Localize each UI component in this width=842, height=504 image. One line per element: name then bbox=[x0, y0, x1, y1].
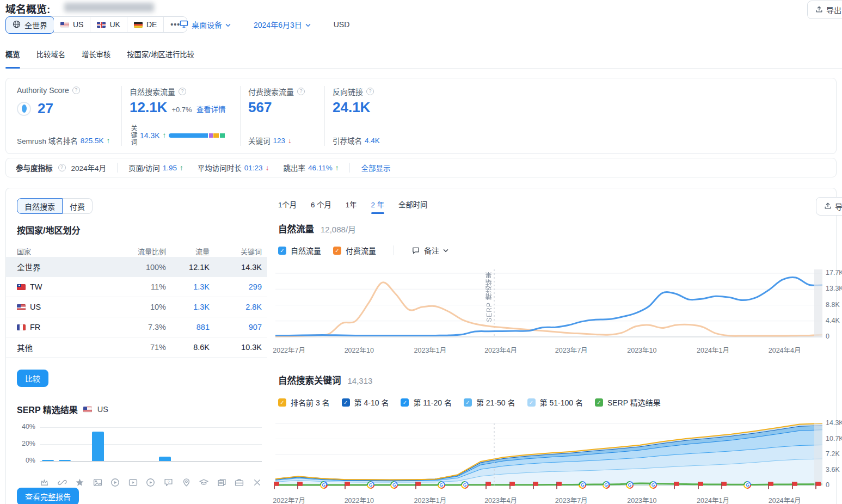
tab-按国家/地区进行比较[interactable]: 按国家/地区进行比较 bbox=[127, 48, 194, 62]
note-flag-icon[interactable] bbox=[767, 481, 774, 491]
traffic-cell[interactable]: 1.3K bbox=[166, 282, 210, 291]
video-carousel-icon[interactable] bbox=[146, 478, 155, 489]
serp-feature-bar[interactable] bbox=[92, 432, 104, 461]
organic-traffic-chart[interactable]: 17.7K13.3K8.8K4.4K0SERP 精选结果 bbox=[275, 267, 822, 338]
video-icon[interactable] bbox=[110, 478, 120, 489]
local-pack-icon[interactable] bbox=[182, 478, 191, 489]
traffic-cell[interactable]: 881 bbox=[166, 323, 210, 331]
featured-video-icon[interactable] bbox=[128, 478, 138, 489]
note-flag-icon[interactable] bbox=[791, 481, 798, 491]
view-details-link[interactable]: 查看详情 bbox=[196, 103, 226, 114]
checkbox-icon[interactable]: ✓ bbox=[333, 247, 341, 255]
note-flag-icon[interactable] bbox=[815, 481, 821, 491]
note-flag-icon[interactable] bbox=[721, 481, 727, 491]
notes-dropdown[interactable]: 备注 bbox=[411, 245, 448, 256]
image-icon[interactable] bbox=[93, 478, 102, 489]
keywords-cell[interactable]: 299 bbox=[210, 282, 262, 291]
device-dropdown[interactable]: 桌面设备 bbox=[180, 19, 231, 30]
note-flag-icon[interactable] bbox=[673, 481, 680, 491]
table-row[interactable]: 全世界100%12.1K14.3K bbox=[6, 257, 267, 277]
google-update-icon[interactable] bbox=[390, 481, 398, 489]
checkbox-icon[interactable]: ✓ bbox=[278, 398, 286, 407]
note-flag-icon[interactable] bbox=[509, 481, 515, 491]
legend-item[interactable]: ✓SERP 精选结果 bbox=[595, 397, 661, 408]
note-flag-icon[interactable] bbox=[485, 481, 491, 491]
checkbox-icon[interactable]: ✓ bbox=[527, 398, 536, 407]
note-flag-icon[interactable] bbox=[697, 481, 704, 491]
show-all-link[interactable]: 全部显示 bbox=[361, 162, 390, 173]
info-icon[interactable]: ? bbox=[72, 87, 80, 94]
google-update-icon[interactable] bbox=[603, 481, 610, 489]
note-flag-icon[interactable] bbox=[273, 481, 280, 491]
region-tab-UK[interactable]: UK bbox=[90, 17, 127, 32]
twitter-icon[interactable] bbox=[253, 478, 262, 489]
toggle-付费[interactable]: 付费 bbox=[63, 198, 93, 214]
serp-feature-bar[interactable] bbox=[59, 460, 71, 461]
serp-feature-bar[interactable] bbox=[159, 457, 171, 461]
info-icon[interactable]: ? bbox=[58, 164, 66, 171]
ref-domains-value[interactable]: 4.4K bbox=[365, 137, 380, 145]
paid-keywords-value[interactable]: 123 bbox=[273, 137, 286, 145]
info-icon[interactable]: ? bbox=[366, 88, 374, 95]
table-row[interactable]: FR7.3%881907 bbox=[6, 317, 267, 337]
star-icon[interactable] bbox=[75, 478, 84, 489]
table-row[interactable]: US10%1.3K2.8K bbox=[6, 297, 267, 317]
keywords-cell[interactable]: 907 bbox=[210, 323, 262, 331]
jobs-icon[interactable] bbox=[235, 478, 244, 489]
google-update-icon[interactable] bbox=[320, 481, 328, 489]
news-icon[interactable] bbox=[217, 478, 226, 489]
date-dropdown[interactable]: 2024年6月3日 bbox=[254, 19, 311, 30]
period-tab-2 年[interactable]: 2 年 bbox=[371, 199, 384, 213]
period-tab-6 个月[interactable]: 6 个月 bbox=[311, 199, 331, 213]
region-tab-全世界[interactable]: 全世界 bbox=[5, 16, 54, 34]
checkbox-icon[interactable]: ✓ bbox=[595, 398, 603, 407]
currency-selector[interactable]: USD bbox=[334, 20, 350, 29]
tab-增长审核[interactable]: 增长审核 bbox=[82, 48, 110, 62]
tab-概览[interactable]: 概览 bbox=[5, 48, 20, 62]
google-update-icon[interactable] bbox=[461, 481, 469, 489]
note-flag-icon[interactable] bbox=[344, 481, 351, 491]
period-tab-全部时间[interactable]: 全部时间 bbox=[398, 199, 427, 213]
google-update-icon[interactable] bbox=[438, 481, 445, 489]
keywords-cell[interactable]: 2.8K bbox=[210, 303, 262, 311]
full-report-button[interactable]: 查看完整报告 bbox=[17, 488, 79, 504]
legend-item[interactable]: ✓第 4-10 名 bbox=[342, 397, 389, 408]
period-tab-1个月[interactable]: 1个月 bbox=[278, 199, 297, 213]
legend-item[interactable]: ✓自然流量 bbox=[278, 245, 321, 256]
google-update-icon[interactable] bbox=[626, 481, 634, 489]
legend-item[interactable]: ✓付费流量 bbox=[333, 245, 376, 256]
legend-item[interactable]: ✓第 11-20 名 bbox=[401, 397, 452, 408]
region-tab-US[interactable]: US bbox=[54, 17, 90, 32]
note-flag-icon[interactable] bbox=[532, 481, 539, 491]
table-row[interactable]: TW11%1.3K299 bbox=[6, 277, 267, 297]
traffic-cell[interactable]: 1.3K bbox=[166, 303, 210, 311]
info-icon[interactable]: ? bbox=[297, 88, 305, 95]
region-tab-DE[interactable]: DE bbox=[127, 17, 164, 32]
google-update-icon[interactable] bbox=[367, 481, 374, 489]
knowledge-icon[interactable] bbox=[199, 478, 208, 489]
period-tab-1年[interactable]: 1年 bbox=[346, 199, 357, 213]
faq-icon[interactable]: ? bbox=[164, 478, 173, 489]
google-update-icon[interactable] bbox=[579, 481, 586, 489]
legend-item[interactable]: ✓第 21-50 名 bbox=[464, 397, 515, 408]
domain-rank-value[interactable]: 825.5K bbox=[81, 137, 104, 145]
table-row[interactable]: 其他71%8.6K10.3K bbox=[6, 337, 267, 358]
checkbox-icon[interactable]: ✓ bbox=[342, 398, 350, 407]
google-update-icon[interactable] bbox=[743, 481, 751, 489]
tab-比较域名[interactable]: 比较域名 bbox=[36, 48, 65, 62]
compare-button[interactable]: 比较 bbox=[17, 370, 48, 387]
info-icon[interactable]: ? bbox=[179, 88, 186, 95]
note-flag-icon[interactable] bbox=[556, 481, 562, 491]
note-flag-icon[interactable] bbox=[415, 481, 421, 491]
chart-export-button[interactable]: 导出 bbox=[816, 197, 842, 216]
toggle-自然搜索[interactable]: 自然搜索 bbox=[17, 198, 63, 214]
export-button[interactable]: 导出 bbox=[807, 1, 842, 19]
keywords-positions-chart[interactable]: 14.3K10.7K7.2K3.6K0 bbox=[275, 421, 822, 487]
checkbox-icon[interactable]: ✓ bbox=[401, 398, 409, 407]
keywords-value[interactable]: 14.3K bbox=[140, 131, 160, 140]
legend-item[interactable]: ✓排名前 3 名 bbox=[278, 397, 330, 408]
google-update-icon[interactable] bbox=[649, 481, 657, 489]
note-flag-icon[interactable] bbox=[297, 481, 303, 491]
checkbox-icon[interactable]: ✓ bbox=[464, 398, 472, 407]
checkbox-icon[interactable]: ✓ bbox=[278, 247, 286, 255]
